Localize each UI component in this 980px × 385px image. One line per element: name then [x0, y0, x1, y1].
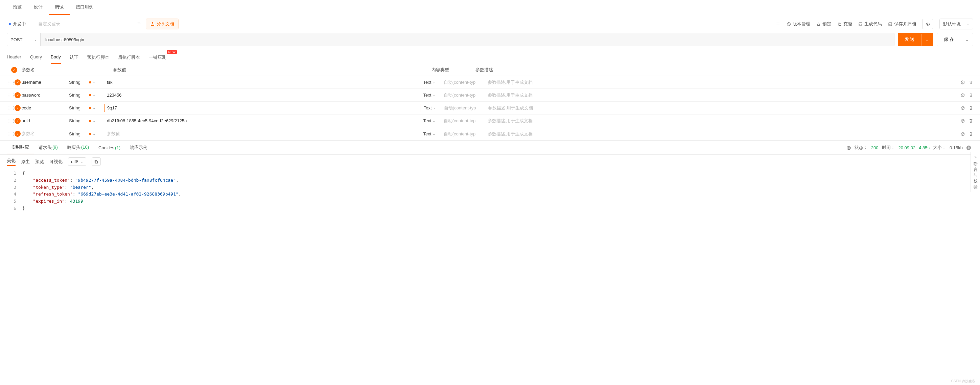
cube-icon[interactable]	[960, 92, 965, 98]
param-format-selector[interactable]: Text ⌄	[423, 80, 444, 85]
environment-selector[interactable]: 默认环境 ⌄	[939, 19, 973, 29]
top-tab-2[interactable]: 调试	[49, 0, 70, 15]
select-all-checkbox[interactable]: ✓	[11, 67, 17, 73]
row-checkbox[interactable]: ✓	[14, 92, 21, 98]
param-desc-input[interactable]	[488, 118, 953, 123]
content-type-input[interactable]	[444, 132, 488, 136]
row-checkbox[interactable]: ✓	[14, 79, 21, 86]
sub-tab-body[interactable]: Body	[51, 51, 61, 64]
cube-icon[interactable]	[960, 80, 965, 85]
fmt-raw[interactable]: 原生	[21, 159, 30, 165]
url-input[interactable]: localhost:8080/login	[41, 33, 894, 46]
content-type-input[interactable]	[444, 92, 488, 98]
content-type-input[interactable]	[444, 118, 488, 123]
sub-tab-预执行脚本[interactable]: 预执行脚本	[87, 51, 109, 64]
tab-response-example[interactable]: 响应示例	[125, 141, 152, 154]
param-desc-input[interactable]	[488, 132, 953, 136]
assertion-panel-toggle[interactable]: « 断言与校验	[970, 152, 980, 192]
param-required-selector[interactable]: ⌄	[89, 132, 104, 136]
tab-request-headers[interactable]: 请求头(9)	[34, 141, 62, 154]
drag-handle-icon[interactable]: ⋮⋮	[7, 80, 14, 85]
param-value-input[interactable]: 9q17	[104, 104, 420, 112]
param-value-input[interactable]: db21fb08-1855-4ec5-94ce-f2e629f2125a	[104, 117, 420, 125]
fmt-beautify[interactable]: 美化	[7, 158, 16, 166]
sub-tab-header[interactable]: Header	[7, 51, 21, 64]
collapse-icon[interactable]	[776, 22, 781, 26]
delete-icon[interactable]	[969, 131, 973, 136]
content-type-input[interactable]	[444, 105, 488, 111]
save-button[interactable]: 保 存 ⌄	[937, 33, 973, 46]
response-body[interactable]: 1{2 "access_token": "9b49277f-459a-4084-…	[0, 168, 980, 219]
edit-lines-icon[interactable]	[137, 21, 142, 27]
cube-icon[interactable]	[960, 131, 965, 136]
encoding-selector[interactable]: utf8⌄	[68, 157, 86, 166]
param-desc-input[interactable]	[488, 105, 953, 111]
delete-icon[interactable]	[969, 92, 973, 98]
delete-icon[interactable]	[969, 105, 973, 111]
top-tab-3[interactable]: 接口用例	[70, 0, 99, 15]
row-checkbox[interactable]: ✓	[14, 131, 21, 137]
download-icon[interactable]	[966, 145, 971, 150]
param-desc-input[interactable]	[488, 92, 953, 98]
tab-response-headers[interactable]: 响应头(10)	[62, 141, 94, 154]
param-required-selector[interactable]: ⌄	[89, 119, 104, 123]
share-label: 分享文档	[157, 21, 174, 27]
dev-status-selector[interactable]: 开发中 ⌄	[7, 20, 33, 29]
drag-handle-icon[interactable]: ⋮⋮	[7, 105, 14, 111]
param-format-selector[interactable]: Text ⌄	[424, 105, 444, 111]
drag-handle-icon[interactable]: ⋮⋮	[7, 132, 14, 136]
globe-icon[interactable]	[846, 145, 851, 150]
drag-handle-icon[interactable]: ⋮⋮	[7, 92, 14, 98]
sub-tab-后执行脚本[interactable]: 后执行脚本	[118, 51, 140, 64]
tab-cookies[interactable]: Cookies(1)	[94, 142, 125, 154]
fmt-preview[interactable]: 预览	[35, 159, 44, 165]
version-button[interactable]: 版本管理	[787, 21, 810, 27]
param-format-selector[interactable]: Text ⌄	[423, 132, 444, 136]
param-name-input[interactable]: password	[22, 92, 69, 98]
visibility-toggle[interactable]	[922, 19, 933, 29]
tab-realtime-response[interactable]: 实时响应	[7, 141, 34, 154]
param-format-selector[interactable]: Text ⌄	[423, 118, 444, 123]
clone-button[interactable]: 克隆	[837, 21, 852, 27]
row-checkbox[interactable]: ✓	[14, 118, 21, 124]
param-value-input[interactable]: 参数值	[104, 129, 420, 138]
param-format-selector[interactable]: Text ⌄	[423, 92, 444, 98]
top-tab-0[interactable]: 预览	[7, 0, 28, 15]
sub-tab-一键压测[interactable]: 一键压测NEW	[149, 51, 166, 64]
col-param-name: 参数名	[22, 67, 113, 73]
drag-handle-icon[interactable]: ⋮⋮	[7, 118, 14, 123]
cube-icon[interactable]	[960, 118, 965, 124]
sub-tab-query[interactable]: Query	[30, 51, 42, 64]
param-required-selector[interactable]: ⌄	[89, 80, 104, 84]
share-doc-button[interactable]: 分享文档	[146, 19, 178, 29]
codegen-button[interactable]: 生成代码	[858, 21, 882, 27]
send-dropdown[interactable]: ⌄	[921, 34, 933, 46]
copy-response-button[interactable]	[92, 157, 101, 166]
col-param-desc: 参数描述	[476, 67, 953, 73]
top-tab-1[interactable]: 设计	[28, 0, 49, 15]
http-method-selector[interactable]: POST ⌄	[7, 33, 41, 46]
api-name-field[interactable]	[37, 19, 142, 29]
svg-rect-8	[95, 161, 98, 163]
param-desc-input[interactable]	[488, 80, 953, 85]
param-name-input[interactable]: 参数名	[22, 131, 69, 137]
delete-icon[interactable]	[969, 118, 973, 124]
api-name-input[interactable]	[37, 19, 137, 29]
param-name-input[interactable]: uuid	[22, 118, 69, 123]
param-required-selector[interactable]: ⌄	[89, 93, 104, 97]
content-type-input[interactable]	[444, 80, 488, 85]
send-button[interactable]: 发 送 ⌄	[898, 33, 934, 46]
cube-icon[interactable]	[960, 105, 965, 111]
archive-button[interactable]: 保存并归档	[888, 21, 916, 27]
param-value-input[interactable]: fsk	[104, 78, 420, 86]
save-dropdown[interactable]: ⌄	[961, 34, 973, 46]
delete-icon[interactable]	[969, 80, 973, 85]
param-required-selector[interactable]: ⌄	[89, 106, 104, 110]
fmt-visual[interactable]: 可视化	[49, 159, 62, 165]
sub-tab-认证[interactable]: 认证	[70, 51, 78, 64]
param-name-input[interactable]: username	[22, 80, 69, 85]
param-name-input[interactable]: code	[22, 105, 69, 111]
row-checkbox[interactable]: ✓	[14, 105, 21, 111]
lock-button[interactable]: 锁定	[816, 21, 831, 27]
param-value-input[interactable]: 123456	[104, 91, 420, 99]
